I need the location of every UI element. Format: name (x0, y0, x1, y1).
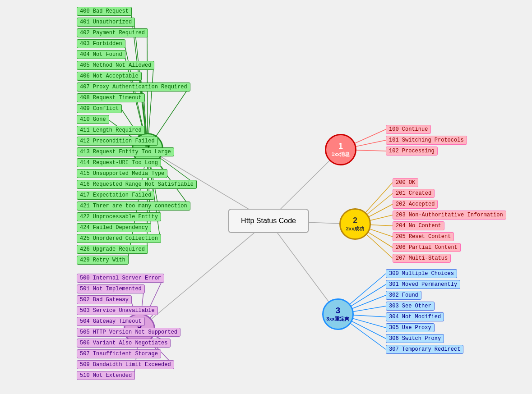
leaf-node: 303 See Other (386, 302, 435, 311)
category-node-cat2: 22xx成功 (339, 208, 371, 240)
leaf-node: 202 Accepted (393, 200, 438, 209)
category-node-cat3: 33xx重定向 (322, 298, 354, 330)
leaf-node: 101 Switching Protocols (386, 136, 467, 145)
leaf-node: 411 Length Required (77, 126, 145, 135)
leaf-node: 424 Failed Dependency (77, 223, 151, 232)
leaf-node: 502 Bad Gateway (77, 295, 132, 304)
leaf-node: 425 Unordered Collection (77, 234, 161, 243)
center-node: Http Status Code (228, 209, 309, 233)
leaf-node: 201 Created (393, 189, 435, 198)
svg-line-2 (268, 221, 338, 314)
leaf-node: 501 Not Implemented (77, 284, 145, 293)
leaf-node: 307 Temporary Redirect (386, 345, 463, 354)
leaf-node: 509 Bandwidth Limit Exceeded (77, 360, 174, 369)
leaf-node: 416 Requested Range Not Satisfiable (77, 180, 197, 189)
leaf-node: 409 Conflict (77, 104, 122, 113)
leaf-node: 506 Variant Also Negotiates (77, 339, 171, 348)
leaf-node: 421 Threr are too many connection (77, 202, 190, 211)
leaf-node: 412 Precondition Failed (77, 137, 158, 146)
leaf-node: 500 Internal Server Error (77, 274, 164, 283)
leaf-node: 406 Not Acceptable (77, 72, 142, 81)
leaf-node: 414 Request-URI Too Long (77, 158, 161, 167)
leaf-node: 407 Proxy Authentication Required (77, 82, 190, 92)
leaf-node: 301 Moved Permanently (386, 280, 460, 289)
leaf-node: 206 Partial Content (393, 243, 461, 252)
leaf-node: 306 Switch Proxy (386, 334, 444, 343)
leaf-node: 415 Unsupported Media Type (77, 169, 167, 178)
leaf-node: 410 Gone (77, 115, 109, 124)
leaf-node: 304 Not Modified (386, 312, 444, 321)
category-node-cat1: 11xx消息 (325, 134, 356, 165)
leaf-node: 422 Unprocessable Entity (77, 212, 161, 221)
leaf-node: 503 Service Unavailable (77, 306, 158, 315)
leaf-node: 404 Not Found (77, 50, 125, 59)
leaf-node: 205 Reset Content (393, 232, 454, 241)
leaf-node: 429 Retry With (77, 256, 129, 265)
leaf-node: 100 Continue (386, 125, 431, 134)
leaf-node: 305 Use Proxy (386, 323, 435, 332)
leaf-node: 300 Multiple Choices (386, 269, 457, 278)
leaf-node: 405 Method Not Allowed (77, 61, 154, 70)
leaf-node: 102 Processing (386, 147, 438, 156)
leaf-node: 403 Forbidden (77, 39, 125, 48)
leaf-node: 402 Payment Required (77, 28, 148, 37)
leaf-node: 505 HTTP Version Not Supported (77, 328, 180, 337)
leaf-node: 207 Multi-Status (393, 254, 451, 263)
leaf-node: 408 Request Timeout (77, 93, 145, 102)
leaf-node: 200 OK (393, 178, 418, 187)
leaf-node: 507 Insufficient Storage (77, 349, 161, 358)
leaf-node: 510 Not Extended (77, 371, 135, 380)
leaf-node: 417 Expectation Failed (77, 191, 154, 200)
leaf-node: 302 Found (386, 291, 421, 300)
leaf-node: 504 Gateway Timeout (77, 317, 145, 326)
leaf-node: 426 Upgrade Required (77, 245, 148, 254)
leaf-node: 400 Bad Request (77, 7, 132, 16)
leaf-node: 413 Request Entity Too Large (77, 147, 174, 156)
leaf-node: 204 No Content (393, 221, 444, 230)
leaf-node: 401 Unauthorized (77, 18, 135, 27)
leaf-node: 203 Non-Authoritative Information (393, 211, 506, 220)
